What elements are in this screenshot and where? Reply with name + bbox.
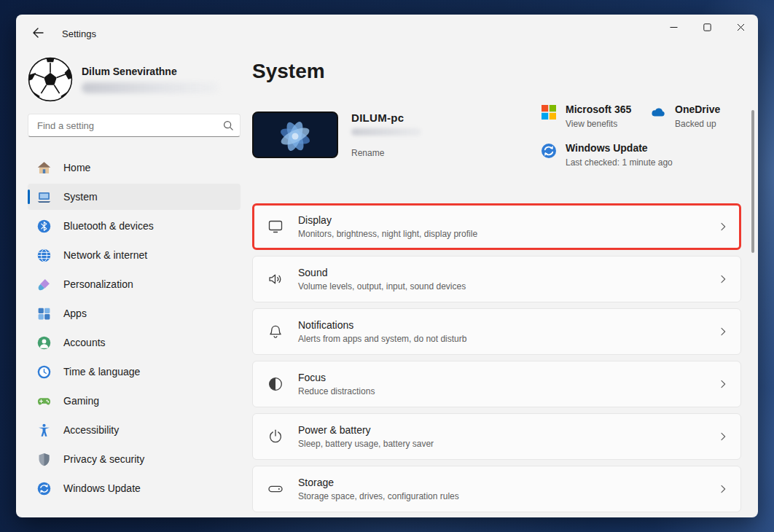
onedrive-icon — [649, 103, 667, 121]
window-controls — [657, 15, 757, 40]
sidebar-item-accessibility[interactable]: Accessibility — [28, 417, 241, 443]
scrollbar[interactable] — [751, 110, 754, 253]
sidebar-item-label: Gaming — [63, 395, 99, 407]
minimize-button[interactable] — [657, 15, 690, 40]
setting-subtitle: Sleep, battery usage, battery saver — [298, 439, 434, 449]
windows-update-card[interactable]: Windows Update Last checked: 1 minute ag… — [540, 141, 649, 168]
setting-subtitle: Storage space, drives, configuration rul… — [298, 491, 459, 501]
privacy-shield-icon — [36, 452, 52, 467]
device-info: DILUM-pc Rename — [351, 112, 421, 158]
status-subtitle: View benefits — [566, 119, 631, 129]
windows-update-status-icon — [540, 142, 558, 160]
setting-text: Focus Reduce distractions — [298, 372, 375, 396]
sound-icon — [267, 270, 284, 288]
sidebar-item-bluetooth[interactable]: Bluetooth & devices — [28, 213, 241, 239]
profile-name: Dilum Senevirathne — [82, 66, 219, 77]
notifications-bell-icon — [267, 323, 284, 340]
sidebar-item-label: Network & internet — [63, 249, 147, 261]
system-icon — [36, 189, 52, 205]
status-title: Windows Update — [566, 142, 648, 154]
chevron-right-icon — [717, 221, 729, 232]
windows-update-icon — [36, 481, 52, 496]
page-title: System — [252, 58, 741, 85]
setting-subtitle: Volume levels, output, input, sound devi… — [298, 281, 466, 292]
status-subtitle: Backed up — [675, 119, 720, 129]
setting-title: Storage — [298, 477, 459, 488]
apps-icon — [36, 306, 52, 321]
personalization-icon — [36, 277, 52, 292]
sidebar-item-apps[interactable]: Apps — [28, 300, 241, 326]
titlebar: Settings — [17, 15, 757, 52]
close-button[interactable] — [724, 15, 757, 40]
setting-subtitle: Alerts from apps and system, do not dist… — [298, 334, 466, 344]
home-icon — [36, 160, 52, 176]
sidebar-item-time-language[interactable]: Time & language — [28, 359, 241, 385]
setting-title: Notifications — [298, 319, 466, 331]
sidebar-item-system[interactable]: System — [28, 184, 241, 210]
settings-item-notifications[interactable]: Notifications Alerts from apps and syste… — [252, 308, 741, 355]
focus-icon — [267, 375, 284, 393]
sidebar-item-personalization[interactable]: Personalization — [28, 271, 241, 297]
status-title: OneDrive — [675, 103, 720, 115]
main-content: System — [251, 52, 757, 517]
device-wallpaper-thumbnail — [252, 112, 338, 158]
sidebar-item-label: Bluetooth & devices — [63, 220, 154, 232]
microsoft-365-card[interactable]: Microsoft 365 View benefits — [540, 103, 649, 129]
status-row: Windows Update Last checked: 1 minute ag… — [540, 141, 750, 168]
sidebar-item-label: Apps — [63, 308, 87, 319]
gaming-icon — [36, 394, 52, 409]
setting-title: Sound — [298, 267, 466, 278]
time-language-icon — [36, 364, 52, 380]
user-profile[interactable]: Dilum Senevirathne — [28, 57, 241, 102]
accounts-icon — [36, 335, 52, 351]
setting-title: Focus — [298, 372, 375, 383]
avatar — [28, 57, 73, 102]
setting-text: Power & battery Sleep, battery usage, ba… — [298, 424, 434, 449]
search-box — [28, 114, 241, 137]
chevron-right-icon — [717, 326, 729, 337]
sidebar-item-accounts[interactable]: Accounts — [28, 329, 241, 356]
chevron-right-icon — [717, 273, 729, 285]
chevron-right-icon — [717, 483, 729, 495]
setting-text: Storage Storage space, drives, configura… — [298, 477, 459, 501]
device-model-redacted — [351, 128, 421, 136]
status-subtitle: Last checked: 1 minute ago — [566, 157, 673, 168]
maximize-button[interactable] — [690, 15, 724, 40]
sidebar-item-label: Personalization — [63, 278, 133, 290]
sidebar-item-label: Time & language — [63, 366, 140, 378]
sidebar: Dilum Senevirathne Home — [17, 52, 251, 517]
settings-item-focus[interactable]: Focus Reduce distractions — [252, 361, 741, 407]
power-icon — [267, 428, 284, 445]
sidebar-item-label: System — [63, 191, 98, 203]
sidebar-item-label: Privacy & security — [63, 453, 144, 465]
minimize-icon — [670, 23, 678, 34]
status-row: Microsoft 365 View benefits OneDrive Bac… — [540, 103, 750, 129]
display-icon — [267, 218, 284, 235]
back-button[interactable] — [26, 23, 50, 44]
back-arrow-icon — [33, 28, 44, 40]
rename-link[interactable]: Rename — [351, 148, 421, 158]
setting-subtitle: Monitors, brightness, night light, displ… — [298, 229, 477, 239]
network-icon — [36, 248, 52, 263]
setting-text: Display Monitors, brightness, night ligh… — [298, 214, 477, 239]
settings-window: Settings — [16, 15, 758, 517]
sidebar-item-privacy[interactable]: Privacy & security — [28, 446, 241, 472]
settings-item-storage[interactable]: Storage Storage space, drives, configura… — [252, 466, 741, 512]
sidebar-item-home[interactable]: Home — [28, 154, 241, 181]
onedrive-card[interactable]: OneDrive Backed up — [649, 103, 750, 129]
settings-item-power-battery[interactable]: Power & battery Sleep, battery usage, ba… — [252, 413, 741, 460]
chevron-right-icon — [717, 431, 729, 442]
search-input[interactable] — [28, 114, 241, 137]
sidebar-item-network[interactable]: Network & internet — [28, 242, 241, 268]
sidebar-item-label: Accounts — [63, 337, 106, 348]
setting-text: Sound Volume levels, output, input, soun… — [298, 267, 466, 292]
maximize-icon — [703, 23, 711, 34]
setting-subtitle: Reduce distractions — [298, 386, 375, 396]
setting-title: Power & battery — [298, 424, 434, 436]
bluetooth-icon — [36, 219, 52, 234]
sidebar-item-gaming[interactable]: Gaming — [28, 388, 241, 414]
profile-email-redacted — [82, 82, 219, 93]
sidebar-item-windows-update[interactable]: Windows Update — [28, 475, 241, 501]
settings-item-display[interactable]: Display Monitors, brightness, night ligh… — [252, 203, 741, 250]
settings-item-sound[interactable]: Sound Volume levels, output, input, soun… — [252, 256, 741, 302]
